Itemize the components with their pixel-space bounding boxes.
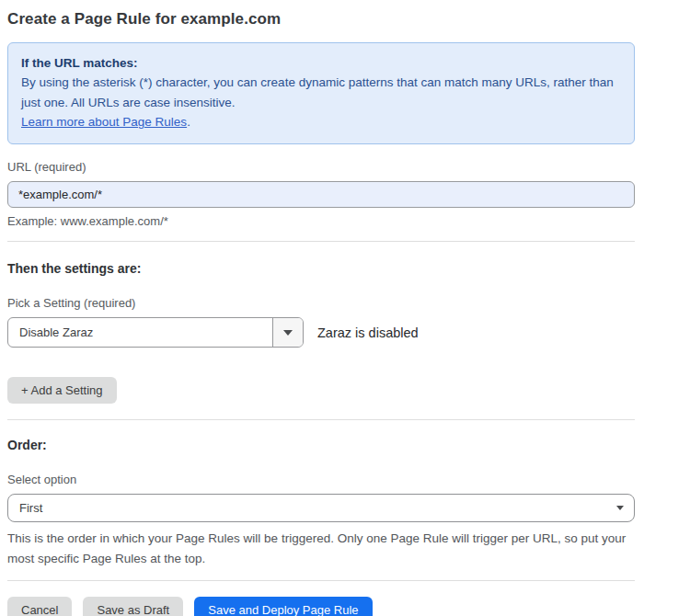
order-select-label: Select option xyxy=(7,473,635,487)
order-select-value: First xyxy=(19,501,42,515)
save-and-deploy-button[interactable]: Save and Deploy Page Rule xyxy=(194,597,372,616)
url-input[interactable] xyxy=(7,181,635,208)
url-field-label: URL (required) xyxy=(7,160,635,175)
caret-down-icon xyxy=(616,506,624,510)
info-callout-heading: If the URL matches: xyxy=(21,53,621,73)
settings-section-heading: Then the settings are: xyxy=(7,261,635,276)
info-callout-link-line: Learn more about Page Rules. xyxy=(21,112,621,132)
order-help-text: This is the order in which your Page Rul… xyxy=(7,529,633,569)
order-section-heading: Order: xyxy=(7,438,635,452)
url-example-text: Example: www.example.com/* xyxy=(7,214,635,229)
setting-dropdown[interactable]: Disable Zaraz xyxy=(7,317,304,348)
setting-status-text: Zaraz is disabled xyxy=(317,325,419,340)
section-divider xyxy=(7,419,635,420)
cancel-button[interactable]: Cancel xyxy=(7,597,72,616)
page-rule-form: Create a Page Rule for example.com If th… xyxy=(7,0,635,616)
section-divider xyxy=(7,241,635,242)
save-as-draft-button[interactable]: Save as Draft xyxy=(83,597,183,616)
url-match-info-callout: If the URL matches: By using the asteris… xyxy=(7,42,635,144)
section-divider xyxy=(7,580,635,581)
setting-dropdown-value: Disable Zaraz xyxy=(8,318,272,347)
setting-row: Disable Zaraz Zaraz is disabled xyxy=(7,317,635,348)
link-period: . xyxy=(187,115,190,129)
info-callout-body: By using the asterisk (*) character, you… xyxy=(21,73,615,112)
order-select[interactable]: First xyxy=(7,494,635,522)
form-actions: Cancel Save as Draft Save and Deploy Pag… xyxy=(7,597,635,616)
pick-setting-label: Pick a Setting (required) xyxy=(7,296,635,311)
add-setting-button[interactable]: + Add a Setting xyxy=(7,377,117,404)
caret-down-icon xyxy=(283,330,293,336)
page-title: Create a Page Rule for example.com xyxy=(7,10,635,29)
learn-more-link[interactable]: Learn more about Page Rules xyxy=(21,115,187,129)
setting-dropdown-caret-button[interactable] xyxy=(272,318,303,347)
